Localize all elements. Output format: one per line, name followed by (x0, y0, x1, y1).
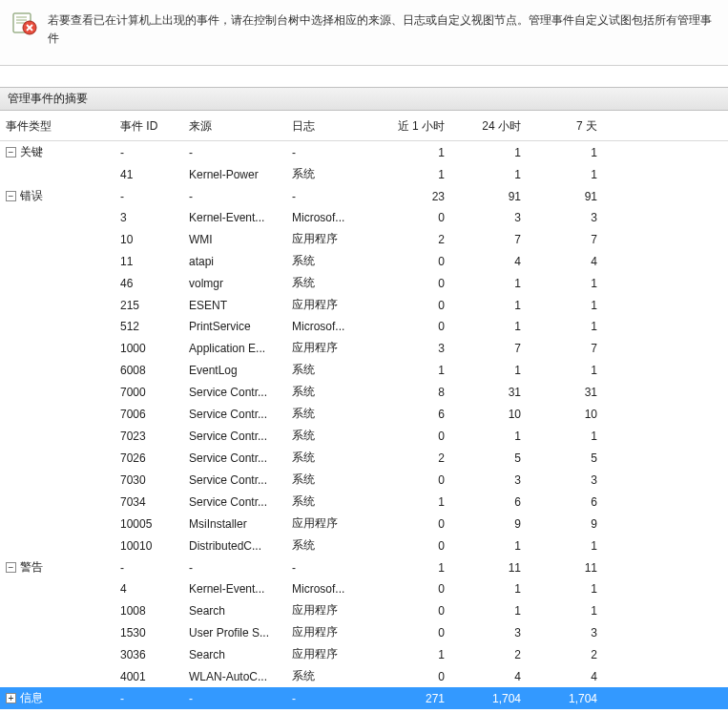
cell-h1: 1 (372, 359, 460, 381)
cell-h24: 4 (460, 665, 536, 687)
cell-log: Microsof... (286, 316, 372, 337)
col-log[interactable]: 日志 (286, 111, 372, 141)
group-row[interactable]: +审核成功---47283283 (0, 709, 728, 713)
cell-id: 1000 (114, 337, 183, 359)
table-row[interactable]: 1530User Profile S...应用程序033 (0, 621, 728, 643)
cell-source: - (183, 556, 286, 578)
cell-source: Kernel-Event... (183, 578, 286, 599)
cell-log: 系统 (286, 469, 372, 491)
cell-d7: 6 (536, 491, 613, 513)
cell-log: Microsof... (286, 207, 372, 228)
cell-type (0, 469, 114, 491)
table-row[interactable]: 7006Service Contr...系统61010 (0, 403, 728, 425)
table-row[interactable]: 11atapi系统044 (0, 250, 728, 272)
collapse-icon[interactable]: − (6, 191, 16, 201)
cell-h1: 0 (372, 621, 460, 643)
cell-source: volmgr (183, 272, 286, 294)
type-label: 错误 (20, 188, 43, 204)
table-row[interactable]: 512PrintServiceMicrosof...011 (0, 316, 728, 337)
cell-rest (613, 294, 728, 316)
cell-id: 7026 (114, 447, 183, 469)
cell-h24: 1 (460, 535, 536, 556)
col-h24[interactable]: 24 小时 (460, 111, 536, 141)
table-row[interactable]: 7000Service Contr...系统83131 (0, 381, 728, 403)
cell-d7: 1 (536, 272, 613, 294)
table-row[interactable]: 10005MsiInstaller应用程序099 (0, 513, 728, 535)
cell-h1: 0 (372, 599, 460, 621)
table-row[interactable]: 4001WLAN-AutoC...系统044 (0, 665, 728, 687)
spacer (0, 66, 728, 87)
collapse-icon[interactable]: − (6, 147, 16, 157)
cell-rest (613, 316, 728, 337)
cell-rest (613, 185, 728, 207)
col-type[interactable]: 事件类型 (0, 111, 114, 141)
cell-id: 41 (114, 163, 183, 185)
cell-h1: 47 (372, 709, 460, 713)
cell-log: 应用程序 (286, 599, 372, 621)
cell-id: 512 (114, 316, 183, 337)
cell-type (0, 535, 114, 556)
cell-rest (613, 578, 728, 599)
col-h1[interactable]: 近 1 小时 (372, 111, 460, 141)
cell-rest (613, 491, 728, 513)
table-row[interactable]: 4Kernel-Event...Microsof...011 (0, 578, 728, 599)
cell-log: 系统 (286, 250, 372, 272)
group-row[interactable]: −错误---239191 (0, 185, 728, 207)
cell-h1: 0 (372, 578, 460, 599)
cell-h24: 10 (460, 403, 536, 425)
cell-log: 系统 (286, 359, 372, 381)
table-row[interactable]: 7023Service Contr...系统011 (0, 425, 728, 447)
cell-log: 应用程序 (286, 513, 372, 535)
cell-type (0, 403, 114, 425)
table-row[interactable]: 3036Search应用程序122 (0, 643, 728, 665)
table-row[interactable]: 7030Service Contr...系统033 (0, 469, 728, 491)
table-row[interactable]: 7026Service Contr...系统255 (0, 447, 728, 469)
table-row[interactable]: 3Kernel-Event...Microsof...033 (0, 207, 728, 228)
group-row[interactable]: +信息---2711,7041,704 (0, 687, 728, 709)
type-label: 信息 (20, 690, 43, 706)
cell-rest (613, 447, 728, 469)
event-viewer-icon (11, 10, 38, 36)
group-row[interactable]: −警告---11111 (0, 556, 728, 578)
cell-h24: 1 (460, 272, 536, 294)
cell-log: Microsof... (286, 578, 372, 599)
cell-h1: 0 (372, 665, 460, 687)
expand-icon[interactable]: + (6, 693, 16, 703)
cell-type (0, 272, 114, 294)
cell-type (0, 337, 114, 359)
table-row[interactable]: 6008EventLog系统111 (0, 359, 728, 381)
table-row[interactable]: 7034Service Contr...系统166 (0, 491, 728, 513)
group-row[interactable]: −关键---111 (0, 141, 728, 164)
table-row[interactable]: 10WMI应用程序277 (0, 228, 728, 250)
cell-source: - (183, 185, 286, 207)
table-row[interactable]: 46volmgr系统011 (0, 272, 728, 294)
cell-rest (613, 665, 728, 687)
cell-log: 系统 (286, 381, 372, 403)
cell-source: Service Contr... (183, 403, 286, 425)
table-row[interactable]: 215ESENT应用程序011 (0, 294, 728, 316)
cell-d7: 4 (536, 250, 613, 272)
collapse-icon[interactable]: − (6, 562, 16, 573)
col-source[interactable]: 来源 (183, 111, 286, 141)
cell-id: - (114, 185, 183, 207)
cell-d7: 1 (536, 316, 613, 337)
cell-h24: 31 (460, 381, 536, 403)
cell-source: Kernel-Power (183, 163, 286, 185)
cell-h24: 1 (460, 163, 536, 185)
table-header-row[interactable]: 事件类型 事件 ID 来源 日志 近 1 小时 24 小时 7 天 (0, 111, 728, 141)
table-row[interactable]: 1008Search应用程序011 (0, 599, 728, 621)
cell-rest (613, 141, 728, 164)
col-d7[interactable]: 7 天 (536, 111, 613, 141)
cell-d7: 91 (536, 185, 613, 207)
cell-rest (613, 250, 728, 272)
cell-rest (613, 621, 728, 643)
table-row[interactable]: 1000Application E...应用程序377 (0, 337, 728, 359)
table-row[interactable]: 10010DistributedC...系统011 (0, 535, 728, 556)
cell-h24: 1 (460, 599, 536, 621)
col-id[interactable]: 事件 ID (114, 111, 183, 141)
cell-log: 应用程序 (286, 621, 372, 643)
cell-h24: 1 (460, 425, 536, 447)
table-row[interactable]: 41Kernel-Power系统111 (0, 163, 728, 185)
cell-d7: 1 (536, 359, 613, 381)
cell-type (0, 228, 114, 250)
